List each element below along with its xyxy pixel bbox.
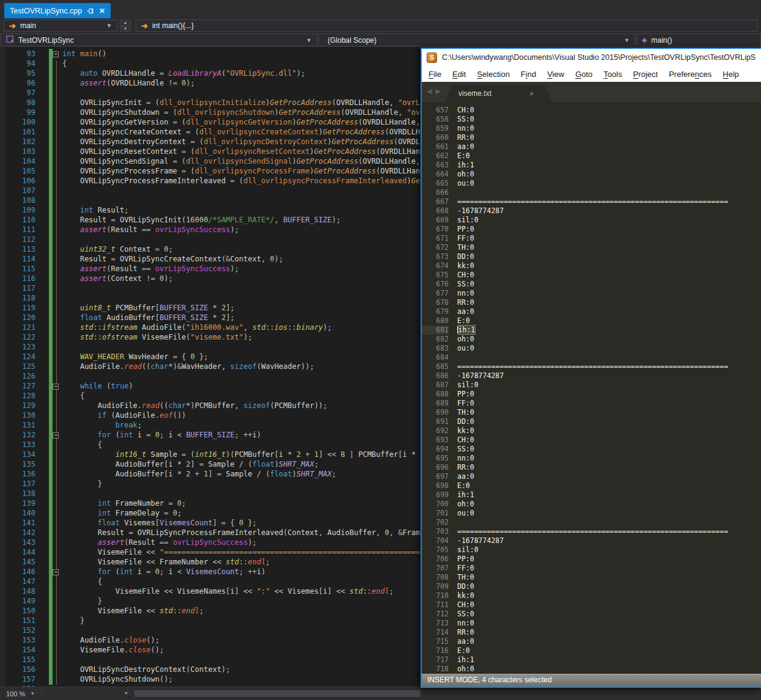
- line-number[interactable]: 124: [0, 352, 35, 362]
- viseme-line[interactable]: 678RR:0: [422, 298, 761, 307]
- viseme-line[interactable]: 688PP:0: [422, 390, 761, 399]
- line-number[interactable]: 94: [0, 59, 35, 68]
- close-tab-icon[interactable]: ✕: [99, 7, 105, 15]
- spin-down-button[interactable]: ▼: [120, 26, 131, 32]
- line-number[interactable]: 105: [0, 166, 35, 176]
- viseme-line[interactable]: 716E:0: [422, 646, 761, 655]
- project-dropdown[interactable]: TestOVRLipSync ▼: [1, 34, 317, 46]
- viseme-line[interactable]: 713nn:0: [422, 619, 761, 628]
- horizontal-scrollbar-thumb[interactable]: [134, 690, 421, 697]
- viseme-line[interactable]: 657CH:0: [422, 106, 761, 115]
- viseme-line[interactable]: 703=====================================…: [422, 527, 761, 536]
- line-number[interactable]: 100: [0, 117, 35, 127]
- line-number[interactable]: 130: [0, 410, 35, 420]
- line-number[interactable]: 149: [0, 596, 35, 606]
- viseme-line[interactable]: 710kk:0: [422, 591, 761, 600]
- viseme-line[interactable]: 665ou:0: [422, 179, 761, 188]
- viseme-line[interactable]: 669sil:0: [422, 216, 761, 225]
- viseme-line[interactable]: 698E:0: [422, 481, 761, 490]
- line-number[interactable]: 125: [0, 362, 35, 371]
- viseme-line[interactable]: 672TH:0: [422, 243, 761, 252]
- line-number[interactable]: 104: [0, 156, 35, 166]
- viseme-line[interactable]: 679aa:0: [422, 307, 761, 316]
- viseme-line[interactable]: 690TH:0: [422, 408, 761, 417]
- line-number[interactable]: 116: [0, 274, 35, 283]
- line-number[interactable]: 110: [0, 215, 35, 225]
- viseme-line[interactable]: 673DD:0: [422, 252, 761, 261]
- menu-file[interactable]: File: [423, 70, 447, 79]
- viseme-line[interactable]: 715aa:0: [422, 637, 761, 646]
- line-number[interactable]: 151: [0, 616, 35, 625]
- viseme-line[interactable]: 662E:0: [422, 151, 761, 161]
- line-number[interactable]: 115: [0, 264, 35, 274]
- method-dropdown[interactable]: ◈ main(): [636, 34, 761, 46]
- viseme-line[interactable]: 696RR:0: [422, 463, 761, 472]
- sublime-title-bar[interactable]: S C:\Users\windywang\Documents\Visual St…: [422, 49, 761, 66]
- line-number[interactable]: 133: [0, 440, 35, 450]
- viseme-line[interactable]: 659nn:0: [422, 124, 761, 133]
- viseme-line[interactable]: 686-1678774287: [422, 371, 761, 381]
- line-number[interactable]: 143: [0, 538, 35, 547]
- vs-document-tab[interactable]: TestOVRLipSync.cpp ✕: [4, 3, 111, 18]
- viseme-line[interactable]: 701ou:0: [422, 509, 761, 518]
- viseme-line[interactable]: 675CH:0: [422, 271, 761, 280]
- line-number[interactable]: 96: [0, 78, 35, 88]
- fold-toggle-icon[interactable]: [53, 432, 59, 439]
- line-number[interactable]: 153: [0, 635, 35, 645]
- viseme-line[interactable]: 661aa:0: [422, 142, 761, 151]
- line-number[interactable]: 121: [0, 323, 35, 332]
- menu-project[interactable]: Project: [628, 70, 663, 79]
- line-number[interactable]: 122: [0, 332, 35, 342]
- member-dropdown[interactable]: ➔ int main(){...}: [136, 20, 757, 32]
- line-number[interactable]: 132: [0, 430, 35, 440]
- line-number[interactable]: 126: [0, 371, 35, 381]
- viseme-line[interactable]: 682oh:0: [422, 335, 761, 344]
- menu-help[interactable]: Help: [717, 70, 744, 79]
- viseme-line[interactable]: 717ih:1: [422, 655, 761, 665]
- sublime-text-area[interactable]: 657CH:0658SS:0659nn:0660RR:0661aa:0662E:…: [422, 102, 761, 674]
- viseme-line[interactable]: 700oh:0: [422, 500, 761, 509]
- viseme-line[interactable]: 712SS:0: [422, 610, 761, 619]
- line-number[interactable]: 128: [0, 391, 35, 401]
- line-number[interactable]: 146: [0, 567, 35, 577]
- line-number[interactable]: 139: [0, 498, 35, 508]
- line-number[interactable]: 150: [0, 606, 35, 616]
- viseme-line[interactable]: 689FF:0: [422, 399, 761, 408]
- line-number[interactable]: 129: [0, 401, 35, 410]
- menu-edit[interactable]: Edit: [447, 70, 471, 79]
- line-number[interactable]: 103: [0, 147, 35, 156]
- line-number[interactable]: 120: [0, 313, 35, 323]
- viseme-line[interactable]: 676SS:0: [422, 280, 761, 289]
- viseme-line[interactable]: 667=====================================…: [422, 197, 761, 206]
- viseme-line[interactable]: 704-1678774287: [422, 536, 761, 545]
- menu-selection[interactable]: Selection: [471, 70, 515, 79]
- line-number[interactable]: 117: [0, 283, 35, 293]
- line-number[interactable]: 99: [0, 108, 35, 117]
- viseme-line[interactable]: 681ih:1: [422, 326, 761, 335]
- fold-toggle-icon[interactable]: [53, 384, 59, 390]
- scope-global-dropdown[interactable]: (Global Scope) ▼: [318, 34, 635, 46]
- line-number[interactable]: 127: [0, 381, 35, 391]
- line-number[interactable]: 138: [0, 489, 35, 498]
- viseme-line[interactable]: 677nn:0: [422, 289, 761, 298]
- viseme-line[interactable]: 671FF:0: [422, 234, 761, 243]
- viseme-line[interactable]: 693CH:0: [422, 436, 761, 445]
- line-number[interactable]: 131: [0, 420, 35, 430]
- viseme-line[interactable]: 694SS:0: [422, 445, 761, 454]
- viseme-line[interactable]: 718oh:0: [422, 665, 761, 674]
- line-number[interactable]: 144: [0, 547, 35, 557]
- viseme-line[interactable]: 680E:0: [422, 316, 761, 326]
- viseme-line[interactable]: 695nn:0: [422, 454, 761, 463]
- menu-goto[interactable]: Goto: [570, 70, 598, 79]
- line-number[interactable]: 101: [0, 127, 35, 137]
- viseme-line[interactable]: 714RR:0: [422, 628, 761, 637]
- line-number[interactable]: 113: [0, 244, 35, 254]
- menu-tools[interactable]: Tools: [598, 70, 627, 79]
- menu-view[interactable]: View: [542, 70, 570, 79]
- line-number[interactable]: 106: [0, 176, 35, 186]
- viseme-line[interactable]: 664oh:0: [422, 170, 761, 179]
- viseme-line[interactable]: 668-1678774287: [422, 206, 761, 216]
- tab-nav-arrows-icon[interactable]: ◀▶: [427, 87, 444, 95]
- viseme-line[interactable]: 692kk:0: [422, 426, 761, 436]
- viseme-line[interactable]: 670PP:0: [422, 225, 761, 234]
